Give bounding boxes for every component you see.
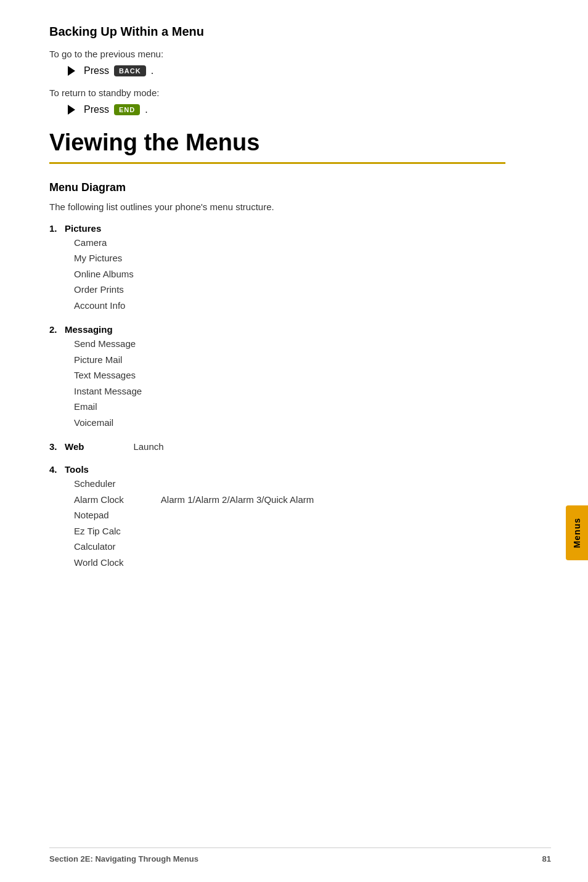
messaging-subitems: Send Message Picture Mail Text Messages …: [74, 336, 505, 430]
list-item: Camera: [74, 235, 505, 251]
alarm-clock-note: Alarm 1/Alarm 2/Alarm 3/Quick Alarm: [161, 492, 314, 508]
alarm-clock-label: Alarm Clock: [74, 492, 124, 508]
list-item: Text Messages: [74, 367, 505, 383]
menu-item-web: 3. Web Launch: [49, 441, 505, 453]
pictures-title: 1. Pictures: [49, 223, 505, 234]
press-back-line: Press BACK .: [68, 65, 505, 76]
list-item: Calculator: [74, 539, 505, 555]
menu-diagram-title: Menu Diagram: [49, 181, 505, 194]
go-previous-instruction: To go to the previous menu:: [49, 49, 505, 59]
list-item: Picture Mail: [74, 352, 505, 368]
press-word-end: Press: [84, 104, 109, 115]
list-item: World Clock: [74, 555, 505, 571]
list-item: Send Message: [74, 336, 505, 352]
list-item: Email: [74, 399, 505, 415]
side-tab-label: Menus: [572, 518, 582, 548]
tools-number: 4.: [49, 464, 57, 475]
tools-label: Tools: [65, 464, 89, 475]
page-content: Backing Up Within a Menu To go to the pr…: [0, 0, 555, 618]
list-item: Voicemail: [74, 415, 505, 431]
web-launch: Launch: [133, 441, 163, 452]
pictures-subitems: Camera My Pictures Online Albums Order P…: [74, 235, 505, 314]
end-key-badge: END: [114, 104, 140, 115]
outline-intro: The following list outlines your phone's…: [49, 202, 505, 212]
back-key-badge: BACK: [114, 65, 146, 76]
menu-item-messaging: 2. Messaging Send Message Picture Mail T…: [49, 324, 505, 430]
press-word-back: Press: [84, 65, 109, 76]
viewing-section-title: Viewing the Menus: [49, 130, 505, 156]
web-title: 3. Web: [49, 441, 84, 452]
arrow-icon-end: [68, 105, 75, 115]
side-tab: Menus: [566, 505, 588, 560]
backing-section-title: Backing Up Within a Menu: [49, 25, 505, 39]
list-item: My Pictures: [74, 250, 505, 266]
menu-item-tools: 4. Tools Scheduler Alarm Clock Alarm 1/A…: [49, 464, 505, 570]
footer: Section 2E: Navigating Through Menus 81: [49, 847, 551, 864]
tools-subitems: Scheduler Alarm Clock Alarm 1/Alarm 2/Al…: [74, 476, 505, 570]
footer-section-label: Section 2E: Navigating Through Menus: [49, 854, 198, 864]
web-number: 3.: [49, 441, 57, 452]
end-period: .: [145, 104, 147, 115]
messaging-label: Messaging: [65, 324, 113, 335]
list-item: Instant Message: [74, 383, 505, 399]
messaging-title: 2. Messaging: [49, 324, 505, 335]
return-standby-instruction: To return to standby mode:: [49, 88, 505, 98]
menu-diagram: 1. Pictures Camera My Pictures Online Al…: [49, 223, 505, 571]
list-item: Alarm Clock Alarm 1/Alarm 2/Alarm 3/Quic…: [74, 492, 505, 508]
list-item: Scheduler: [74, 476, 505, 492]
messaging-number: 2.: [49, 324, 57, 335]
list-item: Online Albums: [74, 266, 505, 282]
list-item: Account Info: [74, 298, 505, 314]
list-item: Notepad: [74, 507, 505, 523]
press-end-line: Press END .: [68, 104, 505, 115]
pictures-label: Pictures: [65, 223, 101, 234]
list-item: Ez Tip Calc: [74, 523, 505, 539]
web-label: Web: [65, 441, 84, 452]
footer-page-number: 81: [542, 854, 551, 864]
arrow-icon: [68, 66, 75, 76]
back-period: .: [151, 65, 153, 76]
list-item: Order Prints: [74, 282, 505, 298]
tools-title: 4. Tools: [49, 464, 505, 475]
pictures-number: 1.: [49, 223, 57, 234]
gold-divider: [49, 162, 505, 164]
menu-item-pictures: 1. Pictures Camera My Pictures Online Al…: [49, 223, 505, 314]
